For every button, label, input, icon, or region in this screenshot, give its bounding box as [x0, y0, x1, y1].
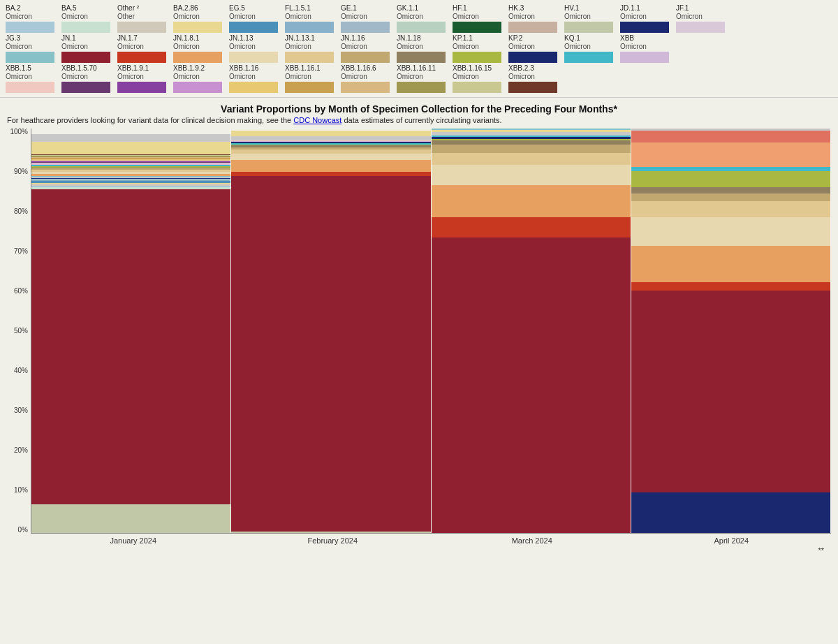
legend-item-1-10: KQ.1Omicron [564, 34, 619, 63]
bar-segment [231, 160, 430, 172]
legend-color-swatch [564, 52, 613, 63]
legend-variant-label: JN.1.16 [341, 34, 365, 43]
legend-variant-sublabel: Omicron [285, 43, 311, 50]
legend-color-swatch [285, 52, 334, 63]
chart-title: Variant Proportions by Month of Specimen… [7, 103, 831, 115]
legend-variant-label: XBB.1.16.15 [453, 64, 492, 73]
legend-variant-label: BA.2.86 [173, 4, 198, 13]
legend-color-swatch [117, 82, 166, 93]
legend-item-0-12: JF.1Omicron [676, 4, 730, 33]
legend-color-swatch [508, 82, 557, 93]
legend-variant-sublabel: Omicron [341, 73, 367, 80]
y-axis: 100%90%80%70%60%50%40%30%20%10%0% [7, 129, 31, 534]
legend-variant-label: XBB.1.9.1 [117, 64, 149, 73]
legend-item-0-7: GK.1.1Omicron [397, 4, 451, 33]
legend-item-0-2: Other ²Other [117, 4, 172, 33]
legend-item-0-6: GE.1Omicron [341, 4, 395, 33]
bar-segment [631, 282, 830, 291]
legend-variant-sublabel: Omicron [6, 43, 32, 50]
legend-variant-label: KQ.1 [564, 34, 580, 43]
legend-variant-label: GE.1 [341, 4, 357, 13]
legend-color-swatch [620, 22, 669, 33]
legend-color-swatch [285, 22, 334, 33]
legend-color-swatch [117, 22, 166, 33]
legend-color-swatch [341, 52, 390, 63]
legend-item-2-2: XBB.1.9.1Omicron [117, 64, 172, 93]
bar-segment [231, 154, 430, 160]
legend-variant-sublabel: Omicron [229, 43, 256, 50]
legend-variant-label: EG.5 [229, 4, 245, 13]
legend-color-swatch [397, 82, 446, 93]
y-axis-label: 0% [18, 527, 28, 534]
legend-color-swatch [676, 22, 725, 33]
legend-color-swatch [6, 52, 54, 63]
x-axis-label: February 2024 [233, 536, 433, 545]
legend-color-swatch [173, 82, 222, 93]
legend-color-swatch [285, 82, 334, 93]
legend-item-0-10: HV.1Omicron [564, 4, 619, 33]
bar-segment [631, 291, 830, 493]
legend-color-swatch [508, 52, 557, 63]
legend-variant-sublabel: Omicron [173, 73, 200, 80]
legend-variant-sublabel: Omicron [61, 73, 88, 80]
legend-variant-sublabel: Omicron [676, 13, 703, 20]
legend-item-2-0: XBB.1.5Omicron [6, 64, 60, 93]
legend-color-swatch [229, 52, 278, 63]
legend-variant-sublabel: Omicron [229, 13, 256, 20]
legend-variant-sublabel: Omicron [564, 43, 591, 50]
legend-variant-label: JN.1.13.1 [285, 34, 315, 43]
legend-variant-label: XBB.1.16.11 [397, 64, 436, 73]
legend-variant-sublabel: Omicron [564, 13, 591, 20]
legend-variant-sublabel: Omicron [6, 73, 32, 80]
legend-color-swatch [6, 82, 54, 93]
legend-color-swatch [229, 22, 278, 33]
legend-variant-sublabel: Omicron [620, 43, 647, 50]
legend-variant-label: JN.1.13 [229, 34, 253, 43]
legend-variant-sublabel: Omicron [341, 13, 367, 20]
legend-variant-sublabel: Omicron [508, 73, 535, 80]
legend-item-2-6: XBB.1.16.6Omicron [341, 64, 395, 93]
legend-item-0-4: EG.5Omicron [229, 4, 284, 33]
subtitle-text2: data estimates of currently circulating … [344, 116, 501, 124]
bar-segment [631, 171, 830, 187]
legend-color-swatch [61, 82, 110, 93]
legend-variant-sublabel: Omicron [453, 73, 479, 80]
bar-segment [631, 201, 830, 217]
y-axis-label: 20% [14, 447, 28, 454]
legend-item-2-8: XBB.1.16.15Omicron [453, 64, 507, 93]
legend-variant-label: XBB.1.5.70 [61, 64, 97, 73]
bar-segment [631, 131, 830, 142]
legend-variant-sublabel: Omicron [453, 13, 479, 20]
bar-group-2 [432, 129, 631, 533]
legend-variant-sublabel: Omicron [508, 13, 535, 20]
star-note: ** [7, 546, 824, 555]
legend-variant-label: KP.1.1 [453, 34, 473, 43]
legend-variant-sublabel: Omicron [173, 43, 200, 50]
legend-variant-label: JN.1 [61, 34, 76, 43]
legend-variant-sublabel: Omicron [229, 73, 256, 80]
legend-variant-sublabel: Omicron [453, 43, 479, 50]
legend-variant-label: XBB [620, 34, 634, 43]
legend-variant-label: XBB.1.16.6 [341, 64, 376, 73]
cdc-nowcast-link[interactable]: CDC Nowcast [293, 116, 341, 124]
legend-variant-label: BA.2 [6, 4, 21, 13]
legend-item-2-3: XBB.1.9.2Omicron [173, 64, 228, 93]
bar-segment [31, 134, 230, 142]
legend-color-swatch [341, 22, 390, 33]
legend-item-2-1: XBB.1.5.70Omicron [61, 64, 116, 93]
legend-variant-label: BA.5 [61, 4, 77, 13]
legend-color-swatch [341, 82, 390, 93]
legend-color-swatch [61, 52, 110, 63]
legend-item-0-1: BA.5Omicron [61, 4, 116, 33]
legend-variant-sublabel: Omicron [508, 43, 535, 50]
bar-segment [631, 246, 830, 282]
legend-variant-label: GK.1.1 [397, 4, 418, 13]
legend-item-0-8: HF.1Omicron [453, 4, 507, 33]
legend-color-swatch [453, 82, 501, 93]
legend-item-0-9: HK.3Omicron [508, 4, 563, 33]
bar-group-1 [231, 129, 431, 533]
legend-variant-label: XBB.1.16 [229, 64, 258, 73]
legend-item-1-4: JN.1.13Omicron [229, 34, 284, 63]
legend-variant-sublabel: Omicron [117, 73, 144, 80]
bar-segment [432, 165, 631, 185]
